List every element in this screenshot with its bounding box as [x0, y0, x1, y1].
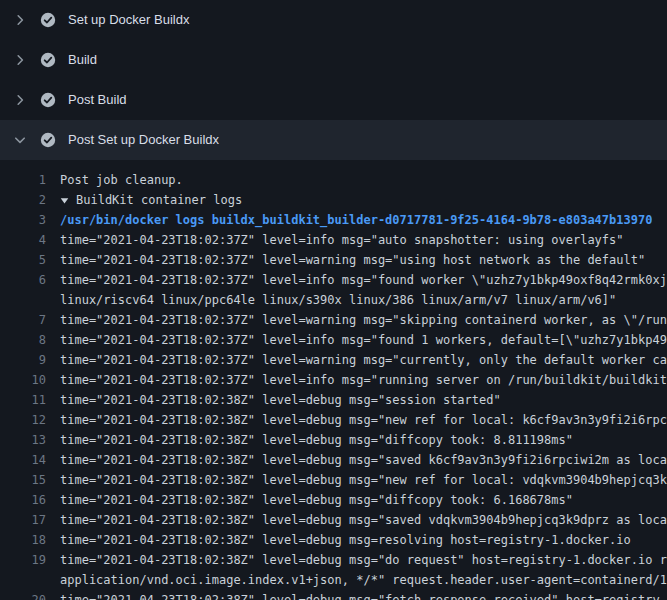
log-text: time="2021-04-23T18:02:38Z" level=debug …: [46, 430, 573, 450]
step-title: Build: [68, 52, 97, 68]
log-line: 11time="2021-04-23T18:02:38Z" level=debu…: [0, 390, 667, 410]
line-number[interactable]: 11: [0, 390, 46, 410]
chevron-right-icon[interactable]: [12, 52, 28, 68]
line-number[interactable]: 17: [0, 510, 46, 530]
log-line: 5time="2021-04-23T18:02:37Z" level=warni…: [0, 250, 667, 270]
step-title: Post Set up Docker Buildx: [68, 132, 219, 148]
log-line: 6time="2021-04-23T18:02:37Z" level=info …: [0, 270, 667, 290]
group-label: BuildKit container logs: [76, 190, 242, 210]
log-text: time="2021-04-23T18:02:37Z" level=info m…: [46, 230, 624, 250]
log-line: 18time="2021-04-23T18:02:38Z" level=debu…: [0, 530, 667, 550]
log-text: time="2021-04-23T18:02:37Z" level=warnin…: [46, 350, 667, 370]
log-text: time="2021-04-23T18:02:38Z" level=debug …: [46, 550, 667, 570]
log-command-text: /usr/bin/docker logs buildx_buildkit_bui…: [46, 210, 652, 230]
log-text: time="2021-04-23T18:02:37Z" level=info m…: [46, 270, 667, 290]
line-number: [0, 570, 46, 590]
log-line: 17time="2021-04-23T18:02:38Z" level=debu…: [0, 510, 667, 530]
step-header[interactable]: Post Build: [0, 80, 667, 120]
step-header[interactable]: Set up Docker Buildx: [0, 0, 667, 40]
log-line: 3/usr/bin/docker logs buildx_buildkit_bu…: [0, 210, 667, 230]
step-header[interactable]: Build: [0, 40, 667, 80]
check-circle-icon: [40, 132, 56, 148]
log-line: 16time="2021-04-23T18:02:38Z" level=debu…: [0, 490, 667, 510]
chevron-down-icon[interactable]: [12, 132, 28, 148]
log-text: time="2021-04-23T18:02:37Z" level=warnin…: [46, 310, 667, 330]
line-number[interactable]: 10: [0, 370, 46, 390]
log-text: application/vnd.oci.image.index.v1+json,…: [46, 570, 667, 590]
line-number[interactable]: 8: [0, 330, 46, 350]
log-text: time="2021-04-23T18:02:37Z" level=info m…: [46, 370, 667, 390]
log-text: Post job cleanup.: [46, 170, 183, 190]
line-number[interactable]: 15: [0, 470, 46, 490]
log-line: 15time="2021-04-23T18:02:38Z" level=debu…: [0, 470, 667, 490]
log-line: application/vnd.oci.image.index.v1+json,…: [0, 570, 667, 590]
log-line: 7time="2021-04-23T18:02:37Z" level=warni…: [0, 310, 667, 330]
log-text: time="2021-04-23T18:02:37Z" level=info m…: [46, 330, 667, 350]
line-number: [0, 290, 46, 310]
step-title: Set up Docker Buildx: [68, 12, 189, 28]
log-text: time="2021-04-23T18:02:38Z" level=debug …: [46, 450, 667, 470]
check-circle-icon: [40, 12, 56, 28]
log-line: 13time="2021-04-23T18:02:38Z" level=debu…: [0, 430, 667, 450]
log-line: 14time="2021-04-23T18:02:38Z" level=debu…: [0, 450, 667, 470]
line-number[interactable]: 13: [0, 430, 46, 450]
check-circle-icon: [40, 52, 56, 68]
line-number[interactable]: 5: [0, 250, 46, 270]
step-list: Set up Docker BuildxBuildPost BuildPost …: [0, 0, 667, 160]
log-line: 12time="2021-04-23T18:02:38Z" level=debu…: [0, 410, 667, 430]
log-line: 1Post job cleanup.: [0, 170, 667, 190]
log-group-line: BuildKit container logs: [46, 190, 242, 210]
line-number[interactable]: 2: [0, 190, 46, 210]
log-line: 10time="2021-04-23T18:02:37Z" level=info…: [0, 370, 667, 390]
log-text: linux/riscv64 linux/ppc64le linux/s390x …: [46, 290, 616, 310]
line-number[interactable]: 16: [0, 490, 46, 510]
log-text: time="2021-04-23T18:02:38Z" level=debug …: [46, 410, 667, 430]
line-number[interactable]: 4: [0, 230, 46, 250]
log-line: 9time="2021-04-23T18:02:37Z" level=warni…: [0, 350, 667, 370]
log-line: linux/riscv64 linux/ppc64le linux/s390x …: [0, 290, 667, 310]
line-number[interactable]: 6: [0, 270, 46, 290]
step-header[interactable]: Post Set up Docker Buildx: [0, 120, 667, 160]
actions-log-viewer: Set up Docker BuildxBuildPost BuildPost …: [0, 0, 667, 600]
log-line: 19time="2021-04-23T18:02:38Z" level=debu…: [0, 550, 667, 570]
log-text: time="2021-04-23T18:02:38Z" level=debug …: [46, 510, 667, 530]
line-number[interactable]: 9: [0, 350, 46, 370]
line-number[interactable]: 20: [0, 590, 46, 600]
log-text: time="2021-04-23T18:02:38Z" level=debug …: [46, 590, 660, 600]
line-number[interactable]: 12: [0, 410, 46, 430]
line-number[interactable]: 14: [0, 450, 46, 470]
step-title: Post Build: [68, 92, 127, 108]
group-toggle-icon[interactable]: [60, 196, 69, 205]
log-line: 4time="2021-04-23T18:02:37Z" level=info …: [0, 230, 667, 250]
line-number[interactable]: 18: [0, 530, 46, 550]
log-line: 8time="2021-04-23T18:02:37Z" level=info …: [0, 330, 667, 350]
log-line: 2BuildKit container logs: [0, 190, 667, 210]
line-number[interactable]: 7: [0, 310, 46, 330]
log-area[interactable]: 1Post job cleanup.2BuildKit container lo…: [0, 160, 667, 600]
log-text: time="2021-04-23T18:02:38Z" level=debug …: [46, 470, 667, 490]
line-number[interactable]: 19: [0, 550, 46, 570]
log-line: 20time="2021-04-23T18:02:38Z" level=debu…: [0, 590, 667, 600]
line-number[interactable]: 3: [0, 210, 46, 230]
log-text: time="2021-04-23T18:02:38Z" level=debug …: [46, 530, 631, 550]
log-text: time="2021-04-23T18:02:37Z" level=warnin…: [46, 250, 645, 270]
chevron-right-icon[interactable]: [12, 12, 28, 28]
check-circle-icon: [40, 92, 56, 108]
log-text: time="2021-04-23T18:02:38Z" level=debug …: [46, 390, 501, 410]
chevron-right-icon[interactable]: [12, 92, 28, 108]
line-number[interactable]: 1: [0, 170, 46, 190]
log-text: time="2021-04-23T18:02:38Z" level=debug …: [46, 490, 573, 510]
